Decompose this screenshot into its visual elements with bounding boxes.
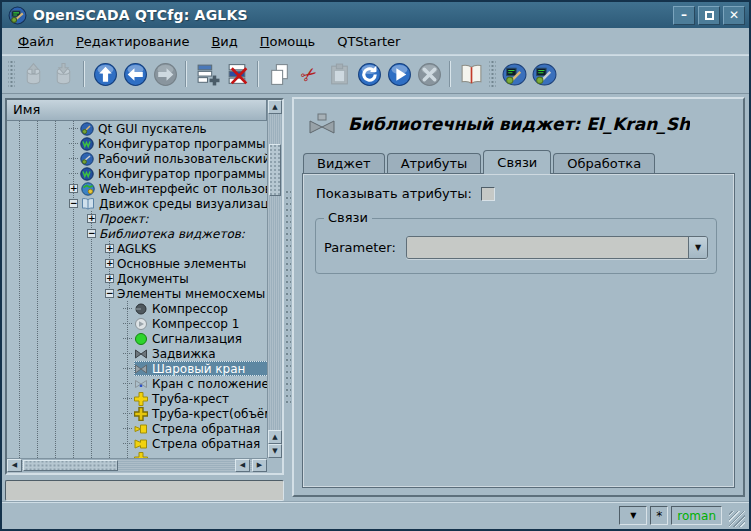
toolbar-handle[interactable] [8,61,15,87]
qtstarter-vision-button[interactable] [529,59,559,89]
tree-item-Web-интерфейс от пользов[interactable]: +Web-интерфейс от пользов [7,181,267,196]
refresh-button[interactable] [354,59,384,89]
save-to-db-button[interactable] [48,59,78,89]
toolbar-separator [257,61,259,87]
scroll-right-arrow[interactable]: ▶ [252,459,267,472]
paste-icon [327,62,352,87]
tree-item-Конфигуратор программы[interactable]: Конфигуратор программы [7,166,267,181]
go-back-button[interactable] [120,59,150,89]
expand-icon[interactable]: + [69,184,78,193]
add-item-button[interactable] [192,59,222,89]
tree-item-Документы[interactable]: +Документы [7,271,267,286]
scroll-up-arrow[interactable]: ▲ [268,100,282,114]
menu-item-1[interactable]: Редактирование [66,30,199,53]
delete-item-button[interactable] [222,59,252,89]
qtstarter-configurator-button[interactable] [499,59,529,89]
close-button[interactable]: ✕ [723,6,745,25]
minimize-button[interactable]: – [673,6,695,25]
navigation-tree-panel: Имя Qt GUI пускательКонфигуратор програм… [5,98,284,475]
gate-valve-icon [134,347,148,361]
signal-icon [134,332,148,346]
tree-item-Рабочий пользовательский[interactable]: Рабочий пользовательский [7,151,267,166]
tree-item-Qt GUI пускатель[interactable]: Qt GUI пускатель [7,121,267,136]
scroll-left-arrow[interactable]: ◀ [7,459,22,472]
tree-item-Компрессор 1[interactable]: Компрессор 1 [7,316,267,331]
tree-filter-input[interactable] [5,480,284,501]
menu-item-2[interactable]: Вид [201,30,247,53]
collapse-icon[interactable]: − [105,289,114,298]
tree-vertical-scrollbar[interactable]: ▲ ▲ ▼ [267,100,282,458]
titlebar[interactable]: OpenSCADA QTCfg: AGLKS – ✕ [2,2,749,28]
expand-icon[interactable]: + [105,259,114,268]
manual-button[interactable] [456,59,486,89]
tab-Виджет[interactable]: Виджет [303,153,385,174]
go-forward-button[interactable] [150,59,180,89]
collapse-icon[interactable]: − [87,229,96,238]
load-from-db-button[interactable] [18,59,48,89]
app-window: OpenSCADA QTCfg: AGLKS – ✕ ФайлРедактиро… [0,0,751,531]
scroll-up-arrow-bottom[interactable]: ▲ [268,430,282,444]
links-groupbox: Связи Parameter: ▼ [315,218,717,274]
tree-item-Движок среды визуализац[interactable]: −Движок среды визуализац [7,196,267,211]
stop-periodic-update-button[interactable] [414,59,444,89]
menu-item-4[interactable]: QTStarter [327,30,410,53]
tree-item-AGLKS[interactable]: +AGLKS [7,241,267,256]
tree-item-Сигнализация[interactable]: Сигнализация [7,331,267,346]
tree-item[interactable] [7,451,267,458]
tree-item-Элементы мнемосхемы[interactable]: −Элементы мнемосхемы [7,286,267,301]
toolbar-handle[interactable] [489,61,496,87]
toolbar-separator [449,61,451,87]
vision-app-icon [532,62,557,87]
tab-Обработка[interactable]: Обработка [553,153,655,174]
panel-splitter[interactable] [284,94,292,501]
tree-item-label: Движок среды визуализац [99,197,267,211]
cut-item-button[interactable]: ✂ [294,59,324,89]
paste-item-button[interactable] [324,59,354,89]
copy-item-button[interactable] [264,59,294,89]
tree-item-Труба-крест[interactable]: Труба-крест [7,391,267,406]
scroll-down-arrow[interactable]: ▼ [268,444,282,458]
scroll-left-arrow-2[interactable]: ◀ [235,459,250,472]
tree-item-Библиотека виджетов:[interactable]: −Библиотека виджетов: [7,226,267,241]
tree-horizontal-scrollbar[interactable]: ◀ ◀ ▶ [7,458,267,473]
tab-Атрибуты[interactable]: Атрибуты [387,153,482,174]
combo-dropdown-button[interactable]: ▼ [688,237,707,258]
tree-item-Шаровый кран[interactable]: Шаровый кран [7,361,267,376]
scroll-thumb[interactable] [269,144,281,196]
tree-item-Стрела обратная[interactable]: Стрела обратная [7,436,267,451]
parameter-combo-input[interactable] [407,237,688,258]
show-attributes-label: Показывать атрибуты: [316,186,472,201]
maximize-icon [705,11,714,20]
item-delete-icon [225,62,250,87]
tree-item-Проект:[interactable]: +Проект: [7,211,267,226]
tree-column-header[interactable]: Имя [7,100,267,121]
expand-icon[interactable]: + [105,274,114,283]
chevron-down-icon: ▼ [695,243,701,252]
tree-item-Задвижка[interactable]: Задвижка [7,346,267,361]
tree-item-Кран с положением[interactable]: Кран с положением [7,376,267,391]
expand-icon[interactable]: + [87,214,96,223]
tree-branch-line [123,383,132,384]
tree-item-Компрессор[interactable]: Компрессор [7,301,267,316]
tree-item-Основные элементы[interactable]: +Основные элементы [7,256,267,271]
tree-item-Труба-крест(объём)[interactable]: Труба-крест(объём) [7,406,267,421]
tree-item-Конфигуратор программы[interactable]: Конфигуратор программы [7,136,267,151]
start-periodic-update-button[interactable] [384,59,414,89]
tree-item-label: Сигнализация [152,332,242,346]
show-attributes-checkbox[interactable] [481,187,495,201]
maximize-button[interactable] [698,6,720,25]
parameter-combobox[interactable]: ▼ [406,236,708,259]
arrow-back1-icon [134,422,148,436]
menu-item-0[interactable]: Файл [8,30,64,53]
expand-icon[interactable]: + [105,244,114,253]
collapse-icon[interactable]: − [69,199,78,208]
tree-item-Стрела обратная[interactable]: Стрела обратная [7,421,267,436]
tab-Связи[interactable]: Связи [483,150,551,174]
vca-engine-icon [81,197,95,211]
resize-grip[interactable] [729,511,745,527]
go-up-button[interactable] [90,59,120,89]
menu-item-3[interactable]: Помощь [250,30,325,53]
scroll-thumb-h[interactable] [23,460,118,471]
field-switch-button[interactable]: ▼ [619,506,647,525]
pipe-cross-icon [134,392,148,406]
